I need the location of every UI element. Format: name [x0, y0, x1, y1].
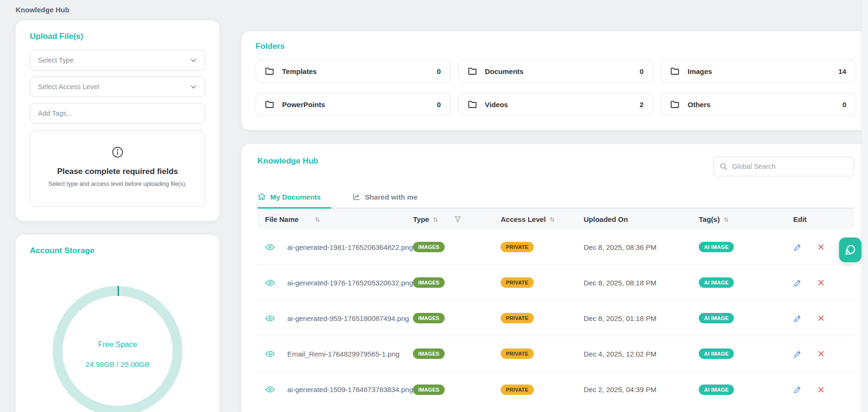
hub-header: Knowledge Hub — [257, 156, 854, 176]
folder-count: 14 — [839, 67, 847, 75]
access-level-select[interactable]: Select Access Level — [30, 76, 205, 97]
preview-eye-icon[interactable] — [265, 242, 275, 252]
folder-count: 2 — [640, 101, 643, 109]
chat-widget-button[interactable] — [839, 238, 861, 262]
upload-panel: Upload File(s) Select Type Select Access… — [16, 20, 219, 221]
folder-others[interactable]: Others 0 — [661, 93, 856, 116]
header-label: File Name — [265, 215, 299, 223]
global-search-input[interactable] — [732, 163, 848, 170]
type-select[interactable]: Select Type — [30, 50, 205, 71]
uploaded-on: Dec 2, 2025, 04:39 PM — [584, 385, 656, 394]
table-row: ai-generated-959-1765180087494.png IMAGE… — [257, 301, 854, 336]
folder-label: Templates — [282, 67, 317, 75]
chevron-down-icon — [190, 83, 197, 91]
preview-eye-icon[interactable] — [265, 385, 275, 394]
tag-badge: AI IMAGE — [699, 242, 734, 252]
table-row: Email_Remi-1764829979565-1.png IMAGES PR… — [257, 336, 854, 372]
close-icon — [817, 350, 825, 357]
folder-label: PowerPoints — [282, 101, 325, 109]
file-name[interactable]: Email_Remi-1764829979565-1.png — [287, 350, 400, 358]
access-level-badge: PRIVATE — [501, 348, 533, 359]
edit-button[interactable] — [793, 385, 802, 394]
pencil-icon — [793, 314, 802, 323]
hub-title: Knowledge Hub — [257, 156, 318, 166]
header-access-level[interactable]: Access Level — [501, 215, 584, 223]
table-row: ai-generated-1509-1764673783834.png IMAG… — [257, 372, 854, 407]
edit-button[interactable] — [793, 243, 802, 252]
folder-label: Others — [687, 101, 710, 109]
file-name[interactable]: ai-generated-959-1765180087494.png — [287, 314, 409, 322]
tab-my-documents[interactable]: My Documents — [257, 192, 331, 208]
folder-powerpoints[interactable]: PowerPoints 0 — [256, 93, 451, 116]
uploaded-on: Dec 8, 2025, 08:36 PM — [584, 243, 656, 251]
folder-label: Videos — [485, 101, 508, 109]
uploaded-on: Dec 4, 2025, 12:02 PM — [584, 350, 656, 358]
folder-count: 0 — [437, 67, 440, 75]
sort-icon[interactable] — [315, 215, 319, 223]
hub-tabs: My Documents Shared with me — [257, 192, 854, 209]
folder-count: 0 — [640, 67, 643, 75]
sort-icon[interactable] — [549, 215, 553, 223]
header-edit: Edit — [790, 215, 854, 223]
tags-input[interactable] — [38, 110, 197, 117]
header-file-name[interactable]: File Name — [257, 215, 413, 223]
notice-title: Please complete required fields — [40, 167, 195, 176]
delete-button[interactable] — [817, 314, 825, 322]
edit-button[interactable] — [793, 349, 802, 358]
edit-button[interactable] — [793, 314, 802, 323]
info-icon — [111, 146, 124, 158]
type-badge: IMAGES — [413, 348, 445, 359]
pencil-icon — [793, 385, 802, 394]
free-space-label: Free Space — [98, 340, 137, 349]
pencil-icon — [793, 278, 802, 287]
chevron-down-icon — [190, 56, 197, 64]
folder-documents[interactable]: Documents 0 — [458, 60, 654, 82]
type-badge: IMAGES — [413, 242, 445, 252]
tag-badge: AI IMAGE — [699, 277, 734, 288]
type-badge: IMAGES — [413, 277, 445, 288]
header-type[interactable]: Type — [413, 215, 501, 223]
preview-eye-icon[interactable] — [265, 278, 275, 288]
header-tags[interactable]: Tag(s) — [699, 215, 790, 223]
pencil-icon — [793, 243, 802, 252]
tag-badge: AI IMAGE — [699, 313, 734, 323]
folder-label: Documents — [485, 67, 524, 75]
documents-table: File Name Type Access Level — [257, 209, 854, 407]
global-search — [713, 156, 854, 176]
delete-button[interactable] — [817, 386, 825, 394]
delete-button[interactable] — [817, 279, 825, 286]
access-level-badge: PRIVATE — [501, 242, 533, 252]
notice-subtitle: Select type and access level before uplo… — [40, 181, 195, 187]
free-space-value: 24.98GB / 25.00GB — [85, 360, 149, 369]
delete-button[interactable] — [817, 350, 825, 357]
folder-icon — [265, 99, 275, 110]
preview-eye-icon[interactable] — [265, 313, 275, 323]
access-level-badge: PRIVATE — [501, 385, 533, 395]
sort-icon[interactable] — [433, 215, 437, 223]
storage-donut-center: Free Space 24.98GB / 25.00GB — [53, 290, 183, 412]
tab-label: Shared with me — [365, 193, 418, 201]
filter-icon[interactable] — [454, 215, 462, 223]
folder-icon — [265, 66, 275, 76]
sort-icon[interactable] — [723, 215, 727, 223]
file-name[interactable]: ai-generated-1976-1765205320632.png — [287, 279, 413, 287]
file-name[interactable]: ai-generated-1981-1765206364822.png — [287, 243, 413, 251]
file-name[interactable]: ai-generated-1509-1764673783834.png — [287, 385, 413, 394]
shared-chart-icon — [352, 192, 361, 201]
header-uploaded-on: Uploaded On — [584, 215, 699, 223]
page: Knowledge Hub Upload File(s) Select Type… — [0, 0, 868, 412]
preview-eye-icon[interactable] — [265, 349, 275, 359]
folder-videos[interactable]: Videos 2 — [458, 93, 654, 116]
tab-shared-with-me[interactable]: Shared with me — [352, 192, 420, 208]
right-column: Folders Templates 0 Documents 0 Im — [241, 20, 868, 412]
folder-icon — [467, 99, 478, 110]
scrollbar[interactable] — [861, 0, 868, 412]
pencil-icon — [793, 349, 802, 358]
folder-icon — [670, 66, 680, 76]
folder-count: 0 — [842, 101, 846, 109]
folder-images[interactable]: Images 14 — [661, 60, 856, 82]
delete-button[interactable] — [817, 243, 825, 251]
folder-templates[interactable]: Templates 0 — [256, 60, 451, 82]
folder-grid: Templates 0 Documents 0 Images 14 — [256, 60, 856, 116]
edit-button[interactable] — [793, 278, 802, 287]
